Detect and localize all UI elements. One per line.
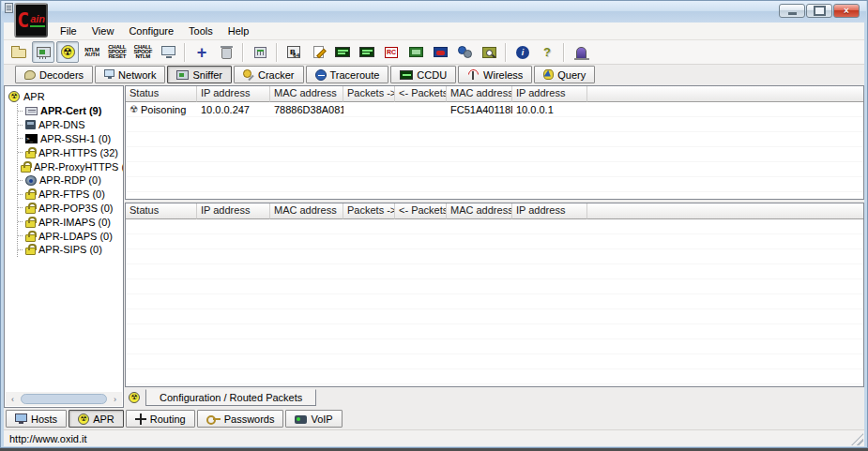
menu-tools[interactable]: Tools	[181, 23, 221, 38]
tree-item-apr-rdp[interactable]: APR-RDP (0)	[18, 173, 123, 188]
tab-hosts[interactable]: Hosts	[6, 410, 67, 428]
tab-decoders[interactable]: Decoders	[15, 66, 93, 83]
decoders-icon	[24, 70, 36, 80]
column-header-mac-address-2[interactable]: MAC address	[447, 203, 512, 219]
column-header-ip-address[interactable]: IP address	[197, 203, 270, 219]
chall-spoof-ntlm-button[interactable]: CHALL SPOOF NTLM	[131, 41, 156, 63]
scroll-left-arrow-icon[interactable]: ‹	[6, 392, 20, 406]
remove-button[interactable]	[215, 41, 237, 63]
tab-ccdu[interactable]: CCDU	[390, 66, 456, 83]
hash-calculator-button[interactable]	[249, 41, 271, 63]
tab-label: Hosts	[31, 413, 57, 425]
status-bar: http://www.oxid.it	[4, 429, 864, 446]
tab-routing[interactable]: Routing	[126, 410, 195, 428]
chall-spoof-reset-button[interactable]: CHALL SPOOF RESET	[105, 41, 129, 63]
main-area: ☢ APR APR-Cert (9) APR-DNS >_APR-SSH-1 (…	[4, 84, 864, 408]
tab-voip[interactable]: VoIP	[285, 410, 342, 428]
column-header-status[interactable]: Status	[126, 203, 197, 219]
tab-traceroute[interactable]: Traceroute	[306, 66, 389, 83]
open-folder-icon	[11, 49, 26, 58]
tree-item-apr-ftps[interactable]: APR-FTPS (0)	[18, 188, 123, 202]
tree-item-apr-dns[interactable]: APR-DNS	[18, 118, 123, 132]
tab-wireless[interactable]: Wireless	[458, 66, 532, 83]
tree-horizontal-scrollbar[interactable]: ‹ ›	[6, 392, 122, 406]
rdp-icon	[25, 175, 37, 186]
mac-cell: 78886D38A081	[270, 104, 343, 115]
tree-root-apr[interactable]: ☢ APR	[8, 89, 123, 104]
tab-network[interactable]: Network	[95, 66, 165, 83]
minimize-button[interactable]	[779, 4, 805, 18]
column-header-ip-address[interactable]: IP address	[197, 86, 270, 102]
column-header-packets-in[interactable]: <- Packets	[395, 203, 447, 219]
column-header-mac-address[interactable]: MAC address	[270, 203, 343, 219]
help-button[interactable]: ?	[536, 41, 558, 63]
add-to-list-button[interactable]: +	[190, 41, 213, 63]
tree-item-apr-https[interactable]: APR-HTTPS (32)	[18, 145, 123, 159]
maximize-button[interactable]	[806, 4, 832, 18]
about-button[interactable]: i	[511, 41, 534, 63]
tab-label: Traceroute	[330, 69, 380, 81]
cisco-vpn-decoder-button[interactable]	[356, 41, 378, 63]
menu-configure[interactable]: Configure	[121, 23, 181, 38]
column-header-ip-address-2[interactable]: IP address	[512, 86, 587, 102]
status-cell: ☢Poisoning	[126, 104, 197, 115]
vnc-decoder-button[interactable]	[404, 41, 427, 63]
scroll-right-arrow-icon[interactable]: ›	[108, 392, 122, 406]
menu-view[interactable]: View	[84, 23, 122, 38]
ip-cell: 10.0.0.247	[197, 104, 270, 115]
rdp-decoder-button[interactable]: RC	[380, 41, 403, 63]
close-button[interactable]: ×	[833, 4, 860, 18]
tab-configuration-routed-packets[interactable]: Configuration / Routed Packets	[145, 389, 316, 406]
tree-item-label: APR-HTTPS (32)	[38, 147, 118, 158]
base64-decoder-button[interactable]: B64	[282, 41, 305, 63]
exit-button[interactable]	[570, 41, 592, 63]
notes-decoder-button[interactable]	[307, 41, 329, 63]
tab-sniffer[interactable]: Sniffer	[167, 66, 232, 83]
window-controls: ×	[779, 4, 860, 18]
column-header-status[interactable]: Status	[126, 86, 197, 102]
tab-apr[interactable]: ☢APR	[69, 410, 124, 428]
start-stop-apr-button[interactable]: ☢	[56, 41, 79, 63]
tree-item-apr-cert[interactable]: APR-Cert (9)	[18, 104, 123, 118]
column-header-mac-address-2[interactable]: MAC address	[447, 86, 512, 102]
exit-door-icon	[576, 47, 586, 59]
column-header-packets-out[interactable]: Packets ->	[343, 86, 395, 102]
trash-icon	[221, 48, 232, 59]
tree-item-apr-proxyhttps[interactable]: APR-ProxyHTTPS (0)	[18, 159, 123, 173]
tree-item-apr-ldaps[interactable]: APR-LDAPS (0)	[18, 229, 123, 243]
wireless-scanner-button[interactable]	[157, 41, 179, 63]
tree-item-apr-pop3s[interactable]: APR-POP3S (0)	[18, 202, 123, 216]
cisco-type7-decoder-button[interactable]	[331, 41, 354, 63]
tab-query[interactable]: Query	[534, 66, 595, 83]
scrollbar-thumb[interactable]	[21, 394, 107, 404]
dialup-decoder-button[interactable]	[453, 41, 476, 63]
monitor-icon	[161, 46, 175, 55]
menu-help[interactable]: Help	[221, 23, 257, 38]
wireless-key-dumper-button[interactable]	[478, 41, 500, 63]
tab-cracker[interactable]: Cracker	[234, 66, 304, 83]
system-menu-icon[interactable]	[5, 3, 13, 13]
lower-routed-packets-table: Status IP address MAC address Packets ->…	[125, 203, 864, 387]
tree-item-apr-imaps[interactable]: APR-IMAPS (0)	[18, 215, 123, 229]
ntlm-auth-button[interactable]: NTLM AUTH	[81, 41, 103, 63]
enterprise-manager-decoder-button[interactable]	[429, 41, 451, 63]
tree-item-apr-sips[interactable]: APR-SIPS (0)	[18, 243, 123, 257]
open-button[interactable]	[8, 41, 30, 63]
table-row-poisoning[interactable]: ☢Poisoning 10.0.0.247 78886D38A081 FC51A…	[126, 102, 863, 117]
padlock-icon	[25, 151, 36, 158]
poisoning-status-icon: ☢	[129, 105, 138, 114]
padlock-icon	[21, 165, 31, 173]
tree-item-apr-ssh1[interactable]: >_APR-SSH-1 (0)	[18, 132, 123, 146]
resize-grip[interactable]	[851, 433, 863, 445]
column-header-mac-address[interactable]: MAC address	[270, 86, 343, 102]
column-header-packets-out[interactable]: Packets ->	[343, 203, 395, 219]
tab-label: Wireless	[483, 69, 523, 81]
tab-label: APR	[93, 413, 114, 425]
start-stop-sniffer-button[interactable]	[32, 41, 54, 63]
cain-logo: Cain	[14, 3, 48, 38]
tree-children: APR-Cert (9) APR-DNS >_APR-SSH-1 (0) APR…	[17, 104, 123, 257]
menu-file[interactable]: File	[53, 23, 84, 38]
tab-passwords[interactable]: Passwords	[197, 410, 284, 428]
column-header-ip-address-2[interactable]: IP address	[512, 203, 587, 219]
column-header-packets-in[interactable]: <- Packets	[395, 86, 447, 102]
